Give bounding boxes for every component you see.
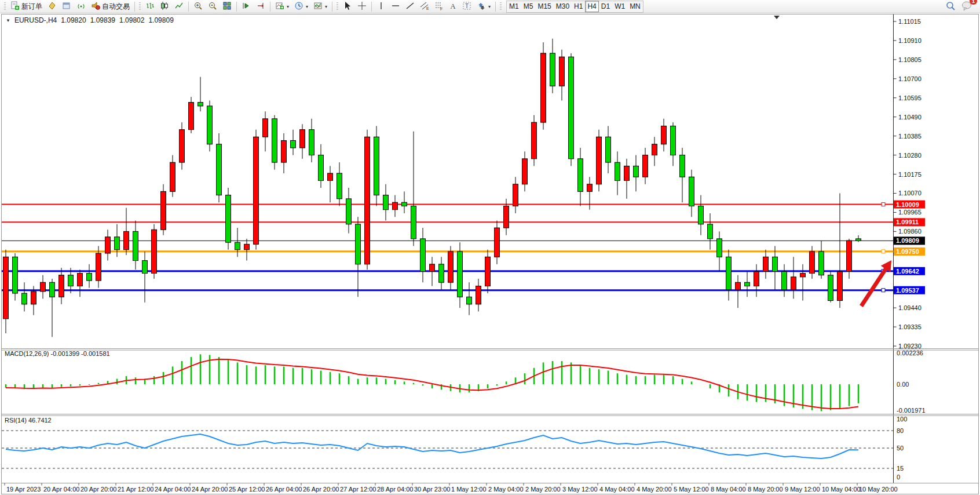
- toolbar-right-section: 1: [945, 1, 978, 13]
- arrows-menu-button[interactable]: ▾: [474, 1, 493, 12]
- arrow-objects-icon: [477, 1, 486, 12]
- auto-scroll-button[interactable]: [239, 1, 253, 12]
- zoom-in-button[interactable]: [191, 1, 205, 12]
- periods-menu-button[interactable]: ▾: [292, 1, 310, 12]
- macd-axis-mid: 0.00: [897, 381, 909, 388]
- toolbar-drag-handle[interactable]: [500, 2, 502, 11]
- auto-trading-label: 自动交易: [102, 2, 130, 12]
- date-label: 4 May 20:00: [637, 486, 672, 493]
- date-label: 20 Apr 04:00: [43, 486, 79, 493]
- price-tick-label: 1.09860: [898, 228, 922, 235]
- macd-values: -0.001399 -0.001581: [50, 350, 109, 357]
- toolbar-separator: [371, 2, 372, 12]
- date-label: 1 May 12:00: [451, 486, 487, 493]
- search-icon[interactable]: [945, 1, 956, 13]
- crosshair-tool-button[interactable]: [355, 1, 369, 12]
- date-label: 10 May 20:00: [859, 486, 898, 493]
- fibonacci-tool-button[interactable]: F: [432, 1, 446, 12]
- toolbar-separator: [332, 2, 332, 12]
- toolbar-separator: [188, 2, 189, 12]
- crosshair-icon: [357, 1, 367, 12]
- date-label: 26 Apr 04:00: [266, 486, 302, 493]
- price-tick-label: 1.10700: [898, 75, 922, 82]
- market-profile-button[interactable]: [45, 1, 59, 12]
- tf-button-h1[interactable]: H1: [572, 1, 585, 12]
- tf-button-m15[interactable]: M15: [535, 1, 553, 12]
- tf-button-m30[interactable]: M30: [554, 1, 572, 12]
- zoom-out-button[interactable]: [206, 1, 220, 12]
- indicators-menu-button[interactable]: ▾: [273, 1, 291, 12]
- dropdown-arrow-icon: ▾: [306, 4, 308, 9]
- date-label: 30 Apr 23:00: [414, 486, 450, 493]
- horizontal-line-icon: [391, 1, 400, 12]
- toolbar-drag-handle[interactable]: [4, 2, 6, 11]
- text-icon: A: [450, 2, 455, 11]
- dropdown-arrow-icon: ▾: [287, 4, 289, 9]
- bar-chart-icon: [145, 1, 155, 12]
- hline-handle[interactable]: [882, 250, 885, 253]
- cursor-arrow-icon: [343, 1, 352, 12]
- bar-chart-mode-button[interactable]: [143, 1, 157, 12]
- text-label-icon: T: [462, 1, 471, 12]
- candlestick-mode-button[interactable]: [158, 1, 171, 12]
- date-label: 24 Apr 04:00: [155, 486, 191, 493]
- new-order-button[interactable]: 新订单: [8, 1, 45, 12]
- templates-menu-button[interactable]: ▾: [311, 1, 330, 12]
- tf-button-m1[interactable]: M1: [507, 1, 521, 12]
- price-tick-label: 1.10490: [898, 114, 922, 121]
- price-tick-label: 1.09335: [898, 323, 922, 330]
- price-tag-label: 1.09537: [896, 287, 919, 294]
- date-label: 27 Apr 12:00: [340, 486, 376, 493]
- price-tag-icon: [47, 1, 57, 12]
- date-label: 28 Apr 04:00: [377, 486, 413, 493]
- toolbar-drag-handle[interactable]: [139, 2, 141, 11]
- price-tick-label: 1.09440: [898, 304, 922, 311]
- cursor-tool-button[interactable]: [341, 1, 354, 12]
- text-label-tool-button[interactable]: T: [460, 1, 474, 12]
- depth-of-market-button[interactable]: [60, 1, 74, 12]
- price-tick-label: 1.10805: [898, 56, 922, 63]
- tf-button-mn[interactable]: MN: [627, 1, 643, 12]
- date-label: 8 May 20:00: [748, 486, 783, 493]
- chart-canvas[interactable]: 1.110151.109101.108051.107001.105951.104…: [0, 0, 980, 495]
- price-tag-label: 1.09642: [896, 268, 919, 275]
- tf-button-m5[interactable]: M5: [521, 1, 536, 12]
- toolbar-drag-handle[interactable]: [337, 2, 338, 11]
- date-label: 25 Apr 12:00: [229, 486, 265, 493]
- price-tick-label: 1.10280: [898, 152, 922, 159]
- rsi-axis-label: 50: [897, 445, 904, 452]
- tf-button-d1[interactable]: D1: [599, 1, 612, 12]
- tf-button-w1[interactable]: W1: [612, 1, 627, 12]
- date-label: 3 May 12:00: [562, 486, 598, 493]
- equidistant-channel-icon: E: [420, 1, 429, 12]
- collapse-arrow-icon[interactable]: ▼: [6, 18, 10, 23]
- text-tool-button[interactable]: A: [447, 1, 459, 12]
- line-chart-mode-button[interactable]: [172, 1, 186, 12]
- rsi-indicator-label: RSI(14) 46.7412: [5, 417, 52, 424]
- tile-windows-button[interactable]: [220, 1, 234, 12]
- price-tag-label: 1.10009: [896, 201, 919, 208]
- tile-windows-icon: [222, 1, 232, 12]
- tf-button-h4[interactable]: H4: [585, 1, 598, 12]
- rsi-value: 46.7412: [28, 417, 52, 424]
- auto-trading-button[interactable]: 自动交易: [89, 1, 132, 12]
- toolbar-separator: [495, 2, 496, 12]
- horizontal-line-tool-button[interactable]: [389, 1, 403, 12]
- price-tick-label: 1.09965: [898, 209, 922, 216]
- chart-shift-button[interactable]: [254, 1, 268, 12]
- chart-shift-icon: [256, 1, 265, 12]
- hline-handle[interactable]: [882, 289, 885, 292]
- channel-tool-button[interactable]: E: [418, 1, 432, 12]
- trendline-tool-button[interactable]: [403, 1, 417, 12]
- vertical-line-tool-button[interactable]: [374, 1, 388, 12]
- ohlc-open: 1.09820: [61, 16, 86, 24]
- notifications-button[interactable]: 1: [961, 1, 973, 13]
- add-indicator-icon: [275, 1, 284, 12]
- rsi-name: RSI(14): [5, 417, 27, 424]
- price-tick-label: 1.10385: [898, 133, 922, 140]
- date-label: 26 Apr 20:00: [303, 486, 339, 493]
- toolbar-separator: [270, 2, 270, 12]
- hline-handle[interactable]: [882, 203, 885, 206]
- fibonacci-icon: F: [434, 1, 444, 12]
- signals-button[interactable]: [74, 1, 88, 12]
